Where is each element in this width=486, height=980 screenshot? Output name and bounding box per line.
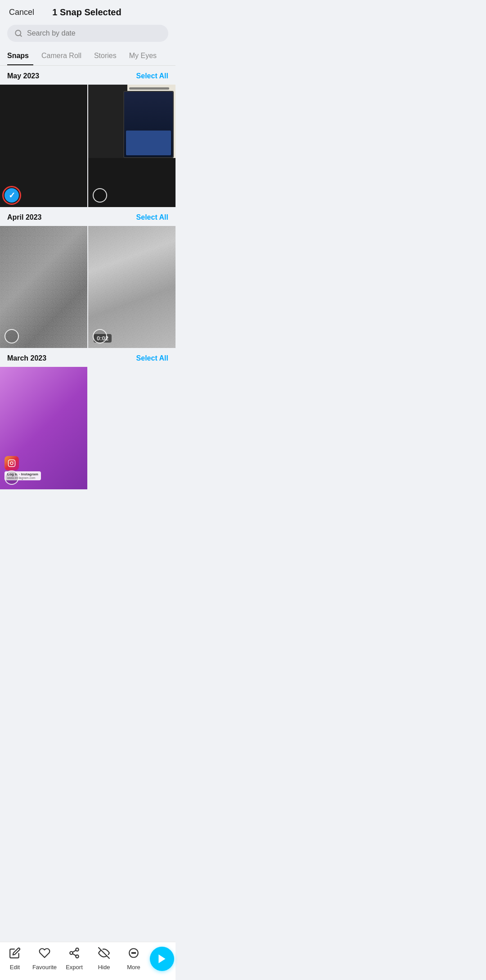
search-input[interactable] [27,29,161,37]
page-title: 1 Snap Selected [34,7,140,18]
snap-march-1[interactable]: Log in · Instagram www.instagram.com [0,367,87,489]
select-checkbox-may-2[interactable] [93,188,107,203]
snap-april-2[interactable]: 0:02 [88,226,176,348]
header: Cancel 1 Snap Selected [0,0,176,21]
grid-may: ✓ [0,85,176,207]
tab-bar: Snaps Camera Roll Stories My Eyes [0,47,176,66]
select-all-march[interactable]: Select All [136,354,168,362]
select-all-april[interactable]: Select All [136,213,168,221]
section-header-april: April 2023 Select All [0,207,176,226]
tab-my-eyes[interactable]: My Eyes [129,47,161,65]
section-header-may: May 2023 Select All [0,66,176,85]
snap-may-1[interactable]: ✓ [0,85,87,207]
section-title-march: March 2023 [7,354,46,362]
instagram-icon [4,456,19,470]
svg-point-4 [13,461,14,462]
section-title-april: April 2023 [7,213,41,221]
select-checkbox-may-1[interactable]: ✓ [4,188,19,203]
section-april-2023: April 2023 Select All 0:02 [0,207,176,348]
tab-snaps[interactable]: Snaps [7,47,33,65]
section-may-2023: May 2023 Select All ✓ [0,66,176,207]
section-title-may: May 2023 [7,72,39,80]
grid-march: Log in · Instagram www.instagram.com [0,367,176,489]
select-checkbox-april-2[interactable] [93,329,107,343]
search-bar[interactable] [7,25,168,42]
select-checkbox-april-1[interactable] [4,329,19,343]
snap-april-1[interactable] [0,226,87,348]
svg-line-1 [20,35,21,36]
search-bar-wrap [0,21,176,47]
search-icon [14,29,22,37]
select-all-may[interactable]: Select All [136,72,168,80]
cancel-button[interactable]: Cancel [9,8,34,17]
snap-may-2[interactable] [88,85,176,207]
section-header-march: March 2023 Select All [0,348,176,367]
select-checkbox-march-1[interactable] [4,470,19,485]
grid-april: 0:02 [0,226,176,348]
svg-rect-2 [9,460,15,466]
tab-camera-roll[interactable]: Camera Roll [41,47,86,65]
svg-point-3 [10,462,13,465]
section-march-2023: March 2023 Select All Log in · Instagram… [0,348,176,489]
tab-stories[interactable]: Stories [94,47,121,65]
